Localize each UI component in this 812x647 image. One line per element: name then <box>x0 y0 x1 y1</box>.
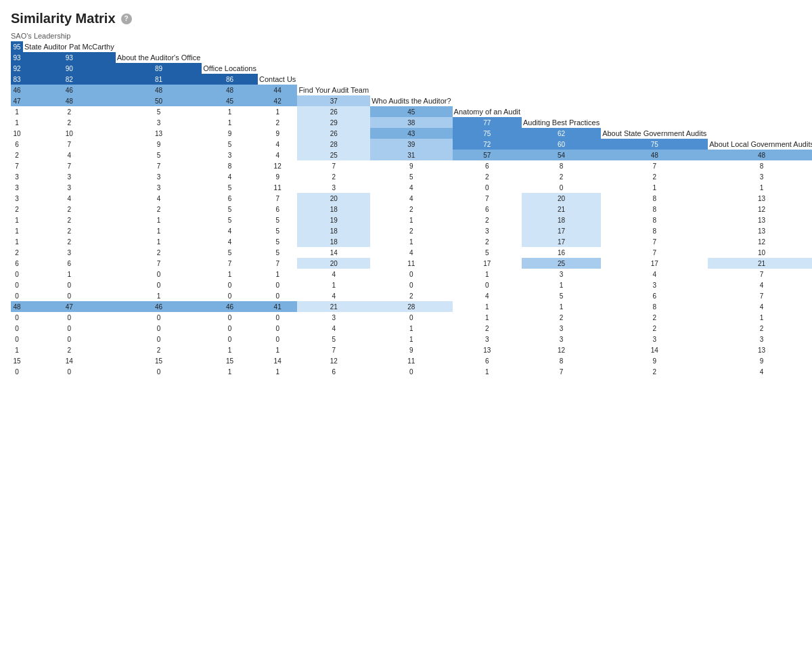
cell-num: 0 <box>370 280 452 290</box>
table-row: 121551912188131215657182Support Services… <box>11 215 812 225</box>
row-label: Who Audits the Auditor? <box>370 95 452 106</box>
cell-num: 13 <box>708 193 812 204</box>
cell-num: 0 <box>370 312 452 323</box>
cell-num: 5 <box>522 290 601 301</box>
cell-num: 4 <box>370 182 452 193</box>
cell-num: 1 <box>202 117 258 128</box>
cell-num: 10 <box>708 247 812 258</box>
table-row: 12211791312141392101100270151608180About… <box>11 344 812 355</box>
cell-num: 12 <box>258 160 297 171</box>
table-row: 1514151514121168996522131514141515136246… <box>11 355 812 366</box>
cell-num: 17 <box>522 236 601 247</box>
cell-num: 38 <box>370 117 452 128</box>
table-row: 6677720111725172120954594544424139About … <box>11 258 812 269</box>
cell-num: 62 <box>522 128 601 139</box>
cell-num: 11 <box>370 355 452 366</box>
cell-num: 0 <box>23 334 116 344</box>
cell-num: 4 <box>297 290 370 301</box>
table-row: 01011401347463225273232313824Search Gove… <box>11 269 812 280</box>
cell-num: 5 <box>116 150 202 160</box>
cell-num: 0 <box>258 280 297 290</box>
cell-num: 0 <box>202 323 258 334</box>
cell-num: 3 <box>11 171 23 182</box>
table-row: 125112645Anatomy of an Audit <box>11 106 812 117</box>
cell-num: 1 <box>11 117 23 128</box>
cell-num: 2 <box>601 366 708 377</box>
title-row: Similarity Matrix ? <box>11 11 812 26</box>
table-row: 333511340011206380The Citizen Hotline <box>11 182 812 193</box>
cell-num: 7 <box>116 258 202 269</box>
cell-num: 7 <box>202 258 258 269</box>
cell-num: 6 <box>453 204 522 215</box>
cell-num: 0 <box>370 269 452 280</box>
cell-num: 7 <box>601 160 708 171</box>
cell-num: 21 <box>297 301 370 312</box>
cell-num: 25 <box>297 150 370 160</box>
cell-num: 7 <box>23 139 116 150</box>
cell-num: 0 <box>11 280 23 290</box>
cell-num: 0 <box>23 366 116 377</box>
cell-num: 5 <box>202 215 258 225</box>
cell-num: 1 <box>258 366 297 377</box>
cell-num: 9 <box>116 139 202 150</box>
cell-num: 5 <box>370 171 452 182</box>
cell-num: 0 <box>258 312 297 323</box>
table-row: 83828186Contact Us <box>11 74 812 85</box>
cell-num: 15 <box>11 355 23 366</box>
cell-num: 3 <box>453 334 522 344</box>
cell-num: 4 <box>708 301 812 312</box>
cell-num: 3 <box>23 171 116 182</box>
info-icon[interactable]: ? <box>121 14 132 24</box>
table-row: 1214518121771210136568808989Lean Academy… <box>11 236 812 247</box>
cell-num: 0 <box>11 290 23 301</box>
cell-num: 1 <box>202 366 258 377</box>
table-row: 1010139926437562About State Government A… <box>11 128 812 139</box>
cell-num: 31 <box>370 150 452 160</box>
cell-num: 5 <box>202 247 258 258</box>
cell-num: 3 <box>297 312 370 323</box>
cell-num: 3 <box>601 280 708 290</box>
cell-num: 3 <box>116 182 202 193</box>
cell-num: 0 <box>11 269 23 280</box>
left-panel: Similarity Matrix ? SAO's Leadership 95S… <box>11 11 812 377</box>
cell-num: 14 <box>297 247 370 258</box>
cell-num: 0 <box>11 323 23 334</box>
cell-num: 2 <box>522 171 601 182</box>
cell-num: 5 <box>202 139 258 150</box>
cell-num: 21 <box>708 258 812 269</box>
table-row: 12312293877Auditing Best Practices <box>11 117 812 128</box>
table-row: 232551445167101012655661616161The FIT To… <box>11 247 812 258</box>
cell-num: 2 <box>708 323 812 334</box>
cell-num: 47 <box>23 301 116 312</box>
cell-num: 11 <box>258 182 297 193</box>
cell-num: 8 <box>601 215 708 225</box>
cell-num: 15 <box>202 355 258 366</box>
cell-num: 45 <box>202 95 258 106</box>
cell-num: 48 <box>11 301 23 312</box>
cell-num: 7 <box>453 193 522 204</box>
cell-num: 1 <box>23 269 116 280</box>
cell-num: 14 <box>601 344 708 355</box>
row-label: Contact Us <box>258 74 297 85</box>
cell-num: 1 <box>258 269 297 280</box>
table-row: 24534253157544848The Audit Dispute Proce… <box>11 150 812 160</box>
cell-num: 5 <box>258 236 297 247</box>
cell-num: 18 <box>297 236 370 247</box>
cell-num: 1 <box>453 269 522 280</box>
cell-num: 3 <box>116 117 202 128</box>
cell-num: 1 <box>453 312 522 323</box>
similarity-matrix: 95State Auditor Pat McCarthy9393About th… <box>11 41 812 377</box>
cell-num: 0 <box>370 366 452 377</box>
cell-num: 1 <box>11 344 23 355</box>
cell-num: 20 <box>297 258 370 269</box>
cell-num: 0 <box>116 312 202 323</box>
table-row: 0010042456741007312217175785Search Audit… <box>11 290 812 301</box>
cell-num: 46 <box>202 301 258 312</box>
cell-num: 3 <box>522 269 601 280</box>
cell-num: 2 <box>601 171 708 182</box>
table-row: 34467204720813151145Filing Workshops <box>11 193 812 204</box>
table-row: 679542839726075About Local Government Au… <box>11 139 812 150</box>
cell-num: 7 <box>297 160 370 171</box>
cell-num: 13 <box>708 215 812 225</box>
cell-num: 93 <box>11 52 23 63</box>
